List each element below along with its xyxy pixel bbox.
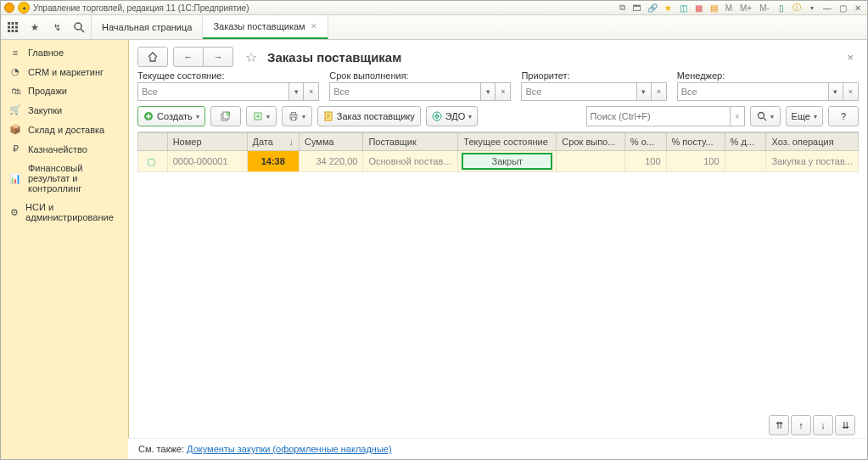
titlebar-back-icon[interactable]: ◂ [18,2,30,14]
tb-mminus[interactable]: M- [757,3,772,13]
sidebar-item-crm[interactable]: ◔CRM и маркетинг [1,62,128,81]
dropdown-icon[interactable]: ▾ [288,82,304,101]
col-pct-o[interactable]: % о... [624,133,666,151]
sidebar-item-purchases[interactable]: 🛒Закупки [1,100,128,120]
chart-icon: 📊 [9,173,21,184]
svg-rect-7 [12,30,14,32]
window-minimize[interactable]: — [821,3,833,13]
favorite-star-icon[interactable]: ☆ [245,49,257,65]
sidebar-item-fin[interactable]: 📊Финансовый результат и контроллинг [1,159,128,198]
tab-home[interactable]: Начальная страница [92,15,203,39]
window-maximize[interactable]: ▢ [837,3,848,13]
sidebar-item-sales[interactable]: 🛍Продажи [1,81,128,100]
sidebar-item-label: Финансовый результат и контроллинг [28,163,120,194]
help-button[interactable]: ? [828,106,859,126]
sidebar-item-main[interactable]: ≡Главное [1,43,128,62]
crm-icon: ◔ [9,66,21,77]
svg-rect-4 [12,26,14,29]
tb-icon-5[interactable]: ▦ [692,3,704,13]
cart-icon: 🛒 [9,104,21,115]
table-row[interactable]: ▢ 0000-000001 14:38 34 220,00 Основной п… [138,151,859,172]
nav-back-button[interactable]: ← [173,47,204,67]
col-deadline[interactable]: Срок выпо... [557,133,624,151]
tb-info-icon[interactable]: ⓘ [791,3,803,13]
clear-icon[interactable]: × [304,82,319,101]
print-button[interactable]: ▾ [282,106,312,126]
star-icon[interactable]: ★ [28,20,42,34]
link-icon[interactable]: ↯ [50,20,64,34]
chevron-down-icon: ▾ [266,113,270,121]
filter-deadline-input[interactable] [329,82,480,101]
col-pct-d[interactable]: % д... [725,133,766,151]
filter-state-input[interactable] [137,82,288,101]
col-pct-in[interactable]: % посту... [666,133,725,151]
tb-star-icon[interactable]: ★ [662,3,674,13]
button-label: Еще [792,111,810,121]
nav-forward-button[interactable]: → [204,47,233,67]
tb-icon-7[interactable]: ▯ [776,3,787,13]
search-button[interactable]: ▾ [750,106,781,126]
filter-priority-input[interactable] [521,82,636,101]
clear-icon[interactable]: × [496,82,511,101]
ruble-icon: ₽ [9,143,21,154]
chevron-down-icon: ▾ [814,113,817,121]
clear-icon[interactable]: × [652,82,667,101]
search-input[interactable] [586,106,730,126]
col-supplier[interactable]: Поставщик [363,133,458,151]
close-page-button[interactable]: × [842,51,859,64]
nav-last-button[interactable]: ⇊ [835,415,855,435]
filter-manager-input[interactable] [677,82,828,101]
svg-rect-1 [12,22,14,25]
search-icon[interactable] [72,20,86,34]
sidebar-item-treasury[interactable]: ₽Казначейство [1,139,128,159]
col-icon[interactable] [138,133,168,151]
tab-orders[interactable]: Заказы поставщикам ✕ [203,15,328,39]
sidebar-item-label: CRM и маркетинг [28,67,104,77]
home-icon: ≡ [9,48,21,58]
col-state[interactable]: Текущее состояние [458,133,557,151]
chevron-down-icon: ▾ [302,113,305,121]
copy-button[interactable] [210,106,241,126]
nav-down-button[interactable]: ↓ [813,415,833,435]
sidebar-item-warehouse[interactable]: 📦Склад и доставка [1,120,128,139]
edo-button[interactable]: ЭДО ▾ [426,106,479,126]
tb-icon-6[interactable]: ▤ [708,3,720,13]
apps-icon[interactable] [6,20,20,34]
svg-rect-18 [291,117,295,121]
tb-mplus[interactable]: M+ [738,3,753,13]
tb-dropdown-icon[interactable]: ▾ [806,3,818,13]
svg-rect-0 [8,22,10,25]
tab-label: Начальная страница [102,22,192,32]
col-date[interactable]: Дата↓ [247,133,299,151]
col-op[interactable]: Хоз. операция [766,133,859,151]
window-close[interactable]: ✕ [852,3,864,13]
create-button[interactable]: Создать ▾ [137,106,205,126]
svg-point-21 [758,113,764,119]
clear-search-icon[interactable]: × [730,106,745,126]
dropdown-icon[interactable]: ▾ [636,82,652,101]
tb-m[interactable]: M [723,3,735,13]
nav-home-button[interactable] [137,47,168,67]
nav-first-button[interactable]: ⇈ [769,415,789,435]
more-button[interactable]: Еще▾ [786,106,823,126]
doc-icon: ▢ [147,156,155,167]
refresh-button[interactable]: ▾ [246,106,277,126]
see-also-link[interactable]: Документы закупки (оформленные накладные… [187,444,392,454]
clear-icon[interactable]: × [843,82,859,101]
svg-rect-6 [8,30,10,32]
filter-label: Текущее состояние: [137,70,319,81]
dropdown-icon[interactable]: ▾ [480,82,496,101]
sidebar-item-nsi[interactable]: ⚙НСИ и администрирование [1,198,128,227]
order-supplier-button[interactable]: Заказ поставщику [317,106,421,126]
col-sum[interactable]: Сумма [300,133,363,151]
tb-icon-3[interactable]: 🔗 [647,3,658,13]
nav-up-button[interactable]: ↑ [791,415,811,435]
tb-icon-4[interactable]: ◫ [677,3,689,13]
tab-close-icon[interactable]: ✕ [311,22,317,31]
dropdown-icon[interactable]: ▾ [828,82,843,101]
col-number[interactable]: Номер [167,133,247,151]
cell-deadline [557,151,624,172]
tb-icon-1[interactable]: ⧉ [616,3,628,13]
tb-icon-2[interactable]: 🗔 [631,3,643,13]
window-titlebar: ◂ Управление торговлей, редакция 11 (1С:… [1,1,867,15]
